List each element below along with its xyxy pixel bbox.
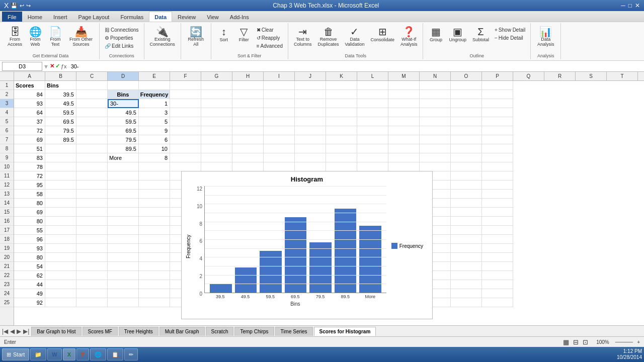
cell-p11[interactable] xyxy=(482,171,513,180)
from-web-button[interactable]: 🌐 FromWeb xyxy=(26,25,45,49)
cell-n9[interactable] xyxy=(420,153,451,162)
cell-e4[interactable]: 3 xyxy=(139,108,170,117)
cell-a3[interactable]: 93 xyxy=(14,99,45,108)
cell-a10[interactable]: 78 xyxy=(14,162,45,171)
cell-f2[interactable] xyxy=(170,90,201,99)
tab-home[interactable]: Home xyxy=(22,12,48,22)
row-num-2[interactable]: 2 xyxy=(0,90,14,99)
cell-d21[interactable] xyxy=(108,262,139,271)
cell-b24[interactable] xyxy=(45,289,76,298)
row-num-18[interactable]: 18 xyxy=(0,235,14,244)
cell-c8[interactable] xyxy=(76,144,108,153)
cell-e10[interactable] xyxy=(139,162,170,171)
cell-b19[interactable] xyxy=(45,244,76,253)
cell-m7[interactable] xyxy=(388,135,420,144)
cell-c13[interactable] xyxy=(76,190,108,199)
tab-view[interactable]: View xyxy=(201,12,224,22)
cell-c19[interactable] xyxy=(76,244,108,253)
cell-a25[interactable]: 92 xyxy=(14,298,45,307)
cell-n10[interactable] xyxy=(420,162,451,171)
cell-b12[interactable] xyxy=(45,180,76,190)
col-header-t[interactable]: T xyxy=(607,72,638,80)
col-header-u[interactable]: U xyxy=(638,72,644,80)
row-num-17[interactable]: 17 xyxy=(0,226,14,235)
cell-b17[interactable] xyxy=(45,226,76,235)
cell-b18[interactable] xyxy=(45,235,76,244)
show-detail-button[interactable]: + Show Detail xyxy=(493,26,527,34)
cell-a18[interactable]: 96 xyxy=(14,235,45,244)
cell-n1[interactable] xyxy=(420,81,451,90)
cell-o10[interactable] xyxy=(451,162,482,171)
cell-c14[interactable] xyxy=(76,199,108,208)
cell-e19[interactable] xyxy=(139,244,170,253)
cell-m2[interactable] xyxy=(388,90,420,99)
cell-d1[interactable] xyxy=(108,81,139,90)
cell-b11[interactable] xyxy=(45,171,76,180)
remove-duplicates-button[interactable]: 🗑 RemoveDuplicates xyxy=(315,25,342,49)
cell-d22[interactable] xyxy=(108,271,139,280)
row-num-19[interactable]: 19 xyxy=(0,244,14,253)
cell-p10[interactable] xyxy=(482,162,513,171)
cell-o20[interactable] xyxy=(451,253,482,262)
maximize-button[interactable]: □ xyxy=(628,2,632,9)
cell-c5[interactable] xyxy=(76,117,108,126)
cell-b5[interactable]: 69.5 xyxy=(45,117,76,126)
cell-a24[interactable]: 49 xyxy=(14,289,45,298)
cell-f3[interactable] xyxy=(170,99,201,108)
cell-p25[interactable] xyxy=(482,298,513,307)
cell-h4[interactable] xyxy=(232,108,264,117)
cell-g7[interactable] xyxy=(201,135,232,144)
tab-formulas[interactable]: Formulas xyxy=(115,12,149,22)
col-header-o[interactable]: O xyxy=(451,72,482,80)
cell-h3[interactable] xyxy=(232,99,264,108)
cell-k10[interactable] xyxy=(326,162,357,171)
cell-m4[interactable] xyxy=(388,108,420,117)
sheet-tab-time-series[interactable]: Time Series xyxy=(275,327,313,336)
cell-d17[interactable] xyxy=(108,226,139,235)
cell-i3[interactable] xyxy=(264,99,295,108)
cell-e22[interactable] xyxy=(139,271,170,280)
cell-o6[interactable] xyxy=(451,126,482,135)
cell-e12[interactable] xyxy=(139,180,170,190)
cell-d15[interactable] xyxy=(108,208,139,217)
cell-c1[interactable] xyxy=(76,81,108,90)
cell-k3[interactable] xyxy=(326,99,357,108)
subtotal-button[interactable]: Σ Subtotal xyxy=(470,25,492,44)
cell-a5[interactable]: 37 xyxy=(14,117,45,126)
cell-o16[interactable] xyxy=(451,217,482,226)
ungroup-button[interactable]: ▣ Ungroup xyxy=(446,25,469,44)
cell-b10[interactable] xyxy=(45,162,76,171)
cell-c9[interactable] xyxy=(76,153,108,162)
row-num-23[interactable]: 23 xyxy=(0,280,14,289)
row-num-1[interactable]: 1 xyxy=(0,81,14,90)
cell-p24[interactable] xyxy=(482,289,513,298)
cell-c2[interactable] xyxy=(76,90,108,99)
from-access-button[interactable]: 🗄 FromAccess xyxy=(5,25,25,49)
cell-k7[interactable] xyxy=(326,135,357,144)
cell-b14[interactable] xyxy=(45,199,76,208)
cell-k4[interactable] xyxy=(326,108,357,117)
tab-insert[interactable]: Insert xyxy=(48,12,73,22)
cell-k5[interactable] xyxy=(326,117,357,126)
from-text-button[interactable]: 📄 FromText xyxy=(46,25,65,49)
cell-d6[interactable]: 69.5 xyxy=(108,126,139,135)
sheet-tab-bar-graph[interactable]: Bar Graph to Hist xyxy=(31,327,81,336)
data-validation-button[interactable]: ✓ DataValidation xyxy=(343,25,367,49)
row-num-14[interactable]: 14 xyxy=(0,199,14,208)
cell-o17[interactable] xyxy=(451,226,482,235)
what-if-analysis-button[interactable]: ❓ What-IfAnalysis xyxy=(398,25,420,49)
cell-p14[interactable] xyxy=(482,199,513,208)
cell-k2[interactable] xyxy=(326,90,357,99)
insert-function-button[interactable]: ƒx xyxy=(61,63,67,69)
cell-e23[interactable] xyxy=(139,280,170,289)
row-num-10[interactable]: 10 xyxy=(0,162,14,171)
connections-button[interactable]: ⛓ Connections xyxy=(103,26,141,34)
row-num-16[interactable]: 16 xyxy=(0,217,14,226)
cell-i1[interactable] xyxy=(264,81,295,90)
col-header-j[interactable]: J xyxy=(295,72,326,80)
cell-b16[interactable] xyxy=(45,217,76,226)
cell-o13[interactable] xyxy=(451,190,482,199)
cell-k6[interactable] xyxy=(326,126,357,135)
cell-g1[interactable] xyxy=(201,81,232,90)
cell-o15[interactable] xyxy=(451,208,482,217)
